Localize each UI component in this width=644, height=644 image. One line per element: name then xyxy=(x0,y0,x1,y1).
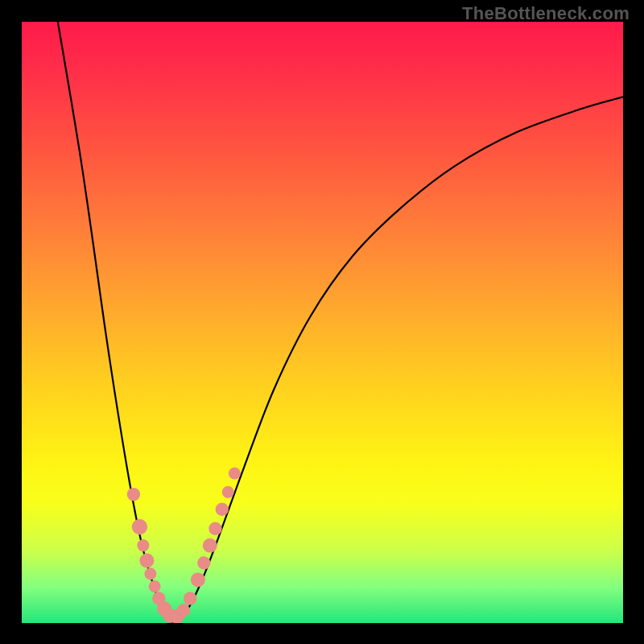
data-marker xyxy=(208,522,221,535)
data-marker xyxy=(216,503,229,516)
data-marker xyxy=(222,486,234,498)
marker-group xyxy=(127,468,241,624)
data-marker xyxy=(197,556,210,569)
data-marker xyxy=(191,572,205,587)
data-marker xyxy=(184,592,196,605)
chart-frame: TheBottleneck.com xyxy=(0,0,644,644)
data-marker xyxy=(177,604,190,617)
data-marker xyxy=(149,580,161,592)
data-marker xyxy=(132,519,147,535)
data-marker xyxy=(144,568,156,580)
plot-area xyxy=(22,22,623,623)
data-marker xyxy=(229,468,241,480)
curve-layer xyxy=(22,22,623,623)
data-marker xyxy=(203,539,217,553)
watermark-text: TheBottleneck.com xyxy=(462,3,630,24)
data-marker xyxy=(139,553,154,568)
data-marker xyxy=(137,539,149,551)
data-marker xyxy=(127,488,140,501)
